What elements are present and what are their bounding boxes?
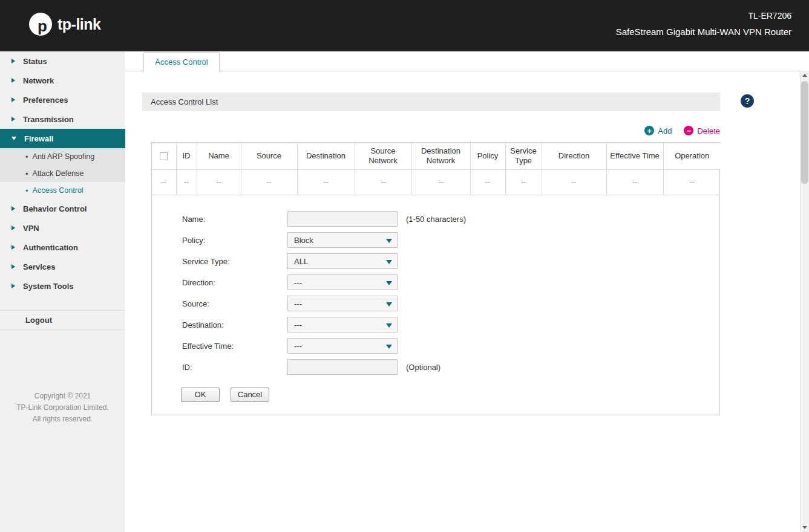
col-header-effective-time: Effective Time (606, 143, 663, 169)
effective-time-select-value: --- (294, 342, 302, 351)
chevron-right-icon (11, 284, 15, 288)
chevron-down-icon (386, 302, 392, 307)
select-all-checkbox[interactable] (160, 152, 168, 160)
delete-label: Delete (697, 126, 720, 135)
empty-cell: -- (663, 169, 721, 195)
scroll-down-icon (802, 526, 807, 529)
copyright-line: All rights reserved. (0, 414, 125, 425)
vertical-scrollbar[interactable] (800, 71, 809, 532)
name-hint: (1-50 characters) (406, 215, 466, 224)
chevron-right-icon (11, 59, 15, 63)
copyright: Copyright © 2021 TP-Link Corporation Lim… (0, 391, 125, 425)
chevron-right-icon (11, 206, 15, 211)
form-row-source: Source: --- (152, 293, 719, 314)
table-row: -- -- -- -- -- -- -- -- -- -- -- -- (152, 169, 721, 195)
destination-select[interactable]: --- (287, 317, 398, 332)
empty-cell: -- (176, 169, 197, 195)
chevron-right-icon (11, 78, 15, 83)
ok-button[interactable]: OK (181, 388, 220, 402)
sidebar-item-transmission[interactable]: Transmission (0, 109, 125, 129)
sidebar-subitem-access-control[interactable]: • Access Control (0, 182, 125, 199)
bullet-icon: • (25, 186, 28, 195)
firewall-submenu: • Anti ARP Spoofing • Attack Defense • A… (0, 148, 125, 199)
cancel-button[interactable]: Cancel (231, 388, 269, 402)
acl-panel: ID Name Source Destination Source Networ… (151, 142, 720, 415)
form-row-id: ID: (Optional) (152, 357, 719, 378)
form-row-policy: Policy: Block (152, 230, 719, 251)
col-header-source-network: Source Network (355, 143, 411, 169)
name-input[interactable] (287, 211, 398, 227)
bullet-icon: • (25, 169, 28, 178)
sidebar-item-behavior-control[interactable]: Behavior Control (0, 199, 125, 218)
sidebar-item-status[interactable]: Status (0, 51, 125, 71)
sidebar-subitem-attack-defense[interactable]: • Attack Defense (0, 165, 125, 182)
scrollbar-up-button[interactable] (801, 71, 809, 80)
form-row-effective-time: Effective Time: --- (152, 336, 719, 357)
id-input[interactable] (287, 359, 398, 375)
section-title: Access Control List (142, 92, 720, 111)
direction-label: Direction: (182, 278, 287, 287)
sidebar: Status Network Preferences Transmission … (0, 51, 125, 532)
sidebar-item-firewall[interactable]: Firewall (0, 129, 125, 148)
destination-label: Destination: (182, 320, 287, 329)
col-header-source: Source (241, 143, 297, 169)
tplink-logo-text: tp-link (57, 16, 101, 33)
table-header-row: ID Name Source Destination Source Networ… (152, 143, 721, 169)
chevron-right-icon (11, 117, 15, 122)
sidebar-item-authentication[interactable]: Authentication (0, 238, 125, 257)
form-buttons: OK Cancel (152, 388, 719, 402)
add-icon: + (644, 126, 654, 135)
content: Access Control List ? + Add − Delete (125, 71, 800, 532)
sidebar-item-system-tools[interactable]: System Tools (0, 276, 125, 296)
form-row-name: Name: (1-50 characters) (152, 209, 719, 230)
table-actions: + Add − Delete (151, 126, 720, 135)
empty-cell: -- (355, 169, 411, 195)
device-info: TL-ER7206 SafeStream Gigabit Multi-WAN V… (616, 11, 791, 37)
chevron-down-icon (386, 260, 392, 264)
source-select[interactable]: --- (287, 296, 398, 311)
delete-button[interactable]: − Delete (684, 126, 720, 135)
tab-access-control[interactable]: Access Control (143, 52, 220, 71)
id-hint: (Optional) (406, 363, 441, 372)
effective-time-label: Effective Time: (182, 342, 287, 351)
destination-select-value: --- (294, 320, 302, 329)
col-header-destination: Destination (297, 143, 355, 169)
device-model: TL-ER7206 (616, 11, 791, 21)
acl-table: ID Name Source Destination Source Networ… (152, 143, 721, 195)
chevron-down-icon (386, 281, 392, 285)
service-type-select[interactable]: ALL (287, 253, 398, 269)
empty-cell: -- (411, 169, 470, 195)
sidebar-item-services[interactable]: Services (0, 257, 125, 276)
scrollbar-down-button[interactable] (801, 523, 809, 532)
sidebar-item-vpn[interactable]: VPN (0, 218, 125, 238)
logout-button[interactable]: Logout (0, 310, 125, 330)
direction-select[interactable]: --- (287, 274, 398, 290)
form-row-direction: Direction: --- (152, 272, 719, 293)
scroll-up-icon (802, 74, 807, 77)
effective-time-select[interactable]: --- (287, 338, 398, 354)
col-header-direction: Direction (542, 143, 606, 169)
copyright-line: TP-Link Corporation Limited. (0, 402, 125, 414)
add-button[interactable]: + Add (644, 126, 672, 135)
source-select-value: --- (294, 299, 302, 308)
sidebar-item-network[interactable]: Network (0, 71, 125, 90)
form-row-destination: Destination: --- (152, 314, 719, 336)
empty-cell: -- (197, 169, 241, 195)
service-type-select-value: ALL (294, 257, 308, 266)
app-header: p tp-link TL-ER7206 SafeStream Gigabit M… (0, 0, 809, 51)
sidebar-subitem-anti-arp-spoofing[interactable]: • Anti ARP Spoofing (0, 148, 125, 165)
bullet-icon: • (25, 152, 28, 161)
sidebar-spacer (0, 296, 125, 310)
name-label: Name: (182, 215, 287, 224)
policy-select[interactable]: Block (287, 232, 398, 248)
tab-bar: Access Control (125, 51, 800, 71)
help-icon[interactable]: ? (741, 94, 754, 108)
scrollbar-thumb[interactable] (801, 81, 808, 184)
empty-cell: -- (470, 169, 505, 195)
col-header-id: ID (176, 143, 197, 169)
empty-cell: -- (542, 169, 606, 195)
device-subtitle: SafeStream Gigabit Multi-WAN VPN Router (616, 27, 791, 37)
empty-cell: -- (152, 169, 176, 195)
policy-select-value: Block (294, 236, 313, 245)
sidebar-item-preferences[interactable]: Preferences (0, 90, 125, 109)
